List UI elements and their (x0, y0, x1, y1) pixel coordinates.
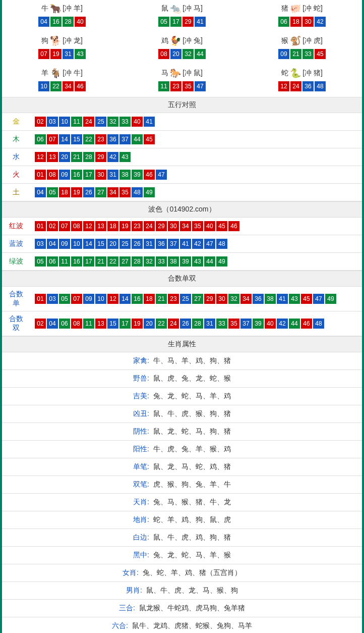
attr-label: 阳性: (133, 445, 149, 453)
number-ball: 26 (83, 187, 94, 197)
number-ball: 32 (144, 256, 155, 267)
number-ball: 36 (156, 239, 167, 249)
number-ball: 42 (277, 319, 288, 329)
number-ball: 47 (313, 294, 324, 304)
table-row: 合数单0103050709101214161821232527293032343… (2, 287, 362, 311)
number-ball: 48 (315, 81, 326, 91)
row-numbers: 02031011242532334041 (30, 113, 362, 131)
number-ball: 46 (228, 221, 239, 231)
header-bose: 波色（014902.com） (2, 201, 362, 218)
attr-label: 地肖: (133, 515, 149, 523)
zodiac-conflict: [冲 马] (183, 4, 203, 12)
header-heshu: 合数单双 (2, 271, 362, 287)
row-label: 土 (2, 184, 30, 201)
zodiac-cell: 鼠🐀[冲 马]05172941 (122, 0, 242, 32)
number-ball: 11 (59, 256, 70, 267)
number-ball: 38 (119, 170, 131, 180)
number-ball: 22 (83, 134, 94, 144)
number-ball: 10 (59, 117, 70, 127)
number-ball: 47 (204, 239, 215, 249)
zodiac-title: 狗🐕[冲 龙] (2, 35, 122, 46)
attr-value: 虎、猴、狗、兔、羊、牛 (153, 480, 231, 488)
number-ball: 18 (144, 294, 155, 304)
row-label: 木 (2, 131, 30, 148)
number-ball: 46 (75, 81, 86, 91)
zodiac-numbers: 04162840 (2, 16, 122, 27)
attr-row: 地肖:蛇、羊、鸡、狗、鼠、虎 (2, 511, 362, 529)
number-ball: 08 (71, 319, 82, 329)
table-row: 火0108091617303138394647 (2, 166, 362, 184)
number-ball: 27 (119, 256, 131, 267)
number-ball: 33 (156, 256, 167, 267)
number-ball: 40 (75, 17, 86, 27)
row-numbers: 0204060811131517192022242628313335373940… (30, 311, 362, 336)
number-ball: 48 (313, 319, 324, 329)
zodiac-cell: 马🐎[冲 鼠]11233547 (122, 65, 242, 97)
zodiac-conflict: [冲 鼠] (183, 69, 203, 77)
number-ball: 04 (38, 17, 49, 27)
attr-label: 三合: (119, 604, 135, 612)
number-ball: 44 (132, 134, 143, 144)
attr-row: 双笔:虎、猴、狗、兔、羊、牛 (2, 476, 362, 494)
number-ball: 25 (180, 294, 191, 304)
row-label: 金 (2, 113, 30, 131)
zodiac-icon: 🐕 (48, 35, 63, 46)
number-ball: 22 (107, 256, 118, 267)
zodiac-name: 牛 (41, 4, 48, 12)
zodiac-title: 羊🐐[冲 牛] (2, 68, 122, 79)
number-ball: 20 (170, 49, 181, 59)
number-ball: 06 (47, 256, 58, 267)
number-ball: 37 (168, 239, 179, 249)
row-label: 水 (2, 148, 30, 166)
attrs-list: 家禽:牛、马、羊、鸡、狗、猪野兽:鼠、虎、兔、龙、蛇、猴吉美:兔、龙、蛇、马、羊… (2, 352, 362, 633)
number-ball: 35 (228, 319, 239, 329)
attr-row: 阴性:鼠、龙、蛇、马、狗、猪 (2, 423, 362, 441)
zodiac-grid: 牛🐂[冲 羊]04162840鼠🐀[冲 马]05172941猪🐖[冲 蛇]061… (2, 0, 362, 97)
number-ball: 17 (83, 256, 94, 267)
table-row: 合数双0204060811131517192022242628313335373… (2, 311, 362, 336)
wuxing-table: 金02031011242532334041木060714152223363744… (2, 113, 362, 201)
number-ball: 20 (144, 319, 155, 329)
attr-row: 阳性:牛、虎、兔、羊、猴、鸡 (2, 441, 362, 458)
zodiac-numbers: 07193143 (2, 48, 122, 60)
zodiac-numbers: 09213345 (242, 48, 362, 60)
number-ball: 05 (35, 256, 46, 267)
number-ball: 23 (170, 81, 181, 91)
row-numbers: 03040910141520252631363741424748 (30, 235, 362, 253)
number-ball: 07 (71, 294, 82, 304)
number-ball: 21 (71, 152, 82, 162)
number-ball: 31 (204, 319, 215, 329)
attr-label: 吉美: (133, 392, 149, 400)
zodiac-title: 猴🐒[冲 虎] (242, 35, 362, 46)
number-ball: 46 (144, 170, 155, 180)
attr-label: 女肖: (123, 568, 139, 576)
number-ball: 12 (278, 81, 289, 91)
number-ball: 26 (180, 319, 191, 329)
number-ball: 34 (180, 221, 191, 231)
number-ball: 23 (95, 134, 106, 144)
number-ball: 08 (47, 170, 58, 180)
number-ball: 41 (195, 17, 206, 27)
number-ball: 05 (47, 187, 58, 197)
attr-value: 鼠、虎、兔、龙、蛇、猴 (153, 374, 231, 382)
number-ball: 18 (290, 17, 301, 27)
number-ball: 31 (107, 170, 118, 180)
attr-row: 男肖:鼠、牛、虎、龙、马、猴、狗 (2, 582, 362, 600)
number-ball: 17 (119, 319, 131, 329)
number-ball: 11 (83, 319, 94, 329)
number-ball: 06 (59, 319, 70, 329)
number-ball: 37 (240, 319, 252, 329)
zodiac-numbers: 12243648 (242, 81, 362, 92)
number-ball: 44 (289, 319, 300, 329)
number-ball: 30 (168, 221, 179, 231)
attr-value: 兔、龙、蛇、马、羊、鸡 (153, 392, 231, 400)
zodiac-title: 猪🐖[冲 蛇] (242, 3, 362, 14)
zodiac-name: 鼠 (161, 4, 168, 12)
zodiac-icon: 🐓 (168, 35, 183, 46)
table-row: 水1213202128294243 (2, 148, 362, 166)
zodiac-title: 马🐎[冲 鼠] (122, 68, 242, 79)
number-ball: 40 (265, 319, 276, 329)
zodiac-icon: 🐖 (288, 3, 302, 14)
zodiac-icon: 🐀 (168, 3, 183, 14)
number-ball: 29 (204, 294, 215, 304)
